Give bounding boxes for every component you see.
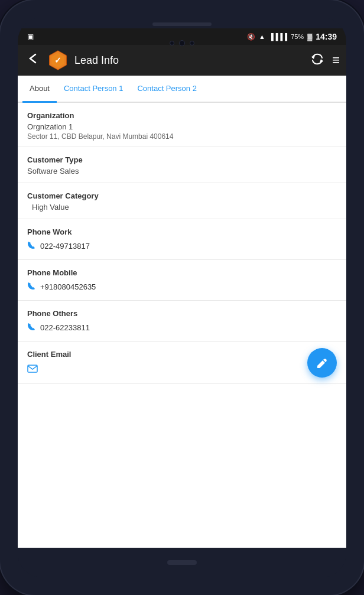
phone-mobile-value[interactable]: +918080452635 bbox=[27, 279, 337, 294]
organization-value: Orgnization 1 bbox=[27, 122, 337, 131]
speaker-grille bbox=[152, 22, 212, 26]
client-email-value[interactable] bbox=[27, 361, 337, 378]
menu-icon[interactable]: ≡ bbox=[332, 53, 339, 68]
app-title: Lead Info bbox=[74, 54, 305, 67]
phone-others-label: Phone Others bbox=[27, 309, 337, 318]
phone-others-icon bbox=[27, 323, 35, 333]
back-button[interactable] bbox=[25, 50, 41, 71]
customer-type-value: Software Sales bbox=[27, 167, 337, 175]
phone-work-label: Phone Work bbox=[27, 227, 337, 236]
phone-inner: ▣ 🔇 ▲ ▐▐▐▐ 75% ▓ 14:39 bbox=[18, 18, 346, 577]
phone-mobile-number: +918080452635 bbox=[40, 282, 96, 291]
battery-icon: ▓ bbox=[307, 33, 312, 40]
customer-category-value: High Value bbox=[27, 203, 337, 212]
svg-text:✓: ✓ bbox=[54, 56, 61, 65]
phone-bottom bbox=[18, 548, 346, 577]
tab-about[interactable]: About bbox=[22, 76, 57, 103]
camera-dot-left bbox=[170, 41, 174, 45]
tabs-bar: About Contact Person 1 Contact Person 2 bbox=[18, 76, 346, 103]
svg-rect-5 bbox=[28, 365, 37, 372]
top-speaker-area bbox=[18, 18, 346, 28]
phone-frame: ▣ 🔇 ▲ ▐▐▐▐ 75% ▓ 14:39 bbox=[0, 0, 364, 595]
phone-work-section: Phone Work 022-49713817 bbox=[18, 219, 346, 260]
phone-mobile-label: Phone Mobile bbox=[27, 268, 337, 277]
refresh-icon[interactable] bbox=[311, 53, 324, 69]
email-icon bbox=[27, 365, 38, 375]
client-email-label: Client Email bbox=[27, 350, 337, 359]
edit-fab-button[interactable] bbox=[307, 348, 337, 378]
mute-icon: 🔇 bbox=[247, 33, 255, 41]
camera-area bbox=[170, 40, 194, 46]
content-area: Organization Orgnization 1 Sector 11, CB… bbox=[18, 103, 346, 548]
phone-mobile-icon bbox=[27, 282, 35, 292]
phone-work-number: 022-49713817 bbox=[40, 242, 90, 251]
camera-dot-center bbox=[179, 40, 185, 46]
status-time: 14:39 bbox=[316, 32, 337, 41]
phone-work-value[interactable]: 022-49713817 bbox=[27, 239, 337, 253]
client-email-section: Client Email bbox=[18, 342, 346, 384]
phone-mobile-section: Phone Mobile +918080452635 bbox=[18, 260, 346, 301]
app-bar: ✓ Lead Info ≡ bbox=[18, 45, 346, 76]
app-logo: ✓ bbox=[47, 50, 69, 71]
organization-label: Organization bbox=[27, 111, 337, 120]
phone-others-section: Phone Others 022-62233811 bbox=[18, 301, 346, 342]
tab-contact-person-1[interactable]: Contact Person 1 bbox=[57, 76, 130, 103]
customer-type-label: Customer Type bbox=[27, 155, 337, 164]
screen-content: About Contact Person 1 Contact Person 2 … bbox=[18, 76, 346, 548]
battery-percent: 75% bbox=[291, 33, 304, 40]
organization-address: Sector 11, CBD Belapur, Navi Mumbai 4006… bbox=[27, 132, 337, 141]
wifi-icon: ▲ bbox=[259, 33, 265, 40]
organization-section: Organization Orgnization 1 Sector 11, CB… bbox=[18, 103, 346, 147]
screen-icon: ▣ bbox=[27, 32, 34, 41]
tab-contact-person-2[interactable]: Contact Person 2 bbox=[130, 76, 203, 103]
signal-icon: ▐▐▐▐ bbox=[269, 33, 287, 40]
customer-category-label: Customer Category bbox=[27, 191, 337, 200]
app-bar-actions: ≡ bbox=[311, 53, 339, 69]
phone-others-number: 022-62233811 bbox=[40, 323, 90, 332]
status-left: ▣ bbox=[27, 32, 34, 41]
home-button[interactable] bbox=[167, 560, 197, 565]
camera-dot-right bbox=[190, 41, 194, 45]
phone-others-value[interactable]: 022-62233811 bbox=[27, 320, 337, 335]
phone-work-icon bbox=[27, 241, 35, 251]
customer-type-section: Customer Type Software Sales bbox=[18, 147, 346, 183]
customer-category-section: Customer Category High Value bbox=[18, 183, 346, 219]
status-right: 🔇 ▲ ▐▐▐▐ 75% ▓ 14:39 bbox=[247, 32, 337, 41]
